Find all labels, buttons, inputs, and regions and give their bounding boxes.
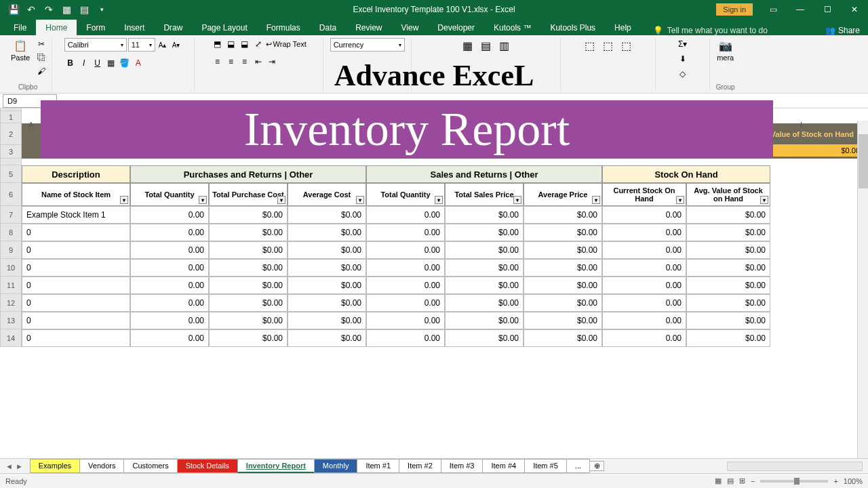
cell-value[interactable]: $0.00 xyxy=(209,329,288,347)
tab-developer[interactable]: Developer xyxy=(428,20,484,35)
cell-value[interactable]: $0.00 xyxy=(445,241,524,259)
cell-value[interactable]: 0.00 xyxy=(130,277,209,294)
cell-description[interactable]: 0 xyxy=(22,224,130,241)
tell-me[interactable]: 💡Tell me what you want to do xyxy=(653,26,768,35)
table-row[interactable]: 00.00$0.00$0.000.00$0.00$0.000.00$0.00 xyxy=(22,294,868,312)
tab-insert[interactable]: Insert xyxy=(115,20,154,35)
view-layout-icon[interactable]: ▤ xyxy=(727,476,734,485)
copy-icon[interactable]: ⿻ xyxy=(35,52,47,64)
filter-icon[interactable]: ▾ xyxy=(760,196,768,204)
sheet-tab-item-4[interactable]: Item #4 xyxy=(482,459,525,473)
align-left-icon[interactable]: ≡ xyxy=(212,56,224,68)
cell-value[interactable]: $0.00 xyxy=(209,206,288,224)
redo-icon[interactable]: ↷ xyxy=(41,3,57,16)
cell-description[interactable]: 0 xyxy=(22,277,130,294)
italic-icon[interactable]: I xyxy=(78,57,90,69)
filter-icon[interactable]: ▾ xyxy=(356,196,364,204)
fill-color-icon[interactable]: 🪣 xyxy=(119,57,131,69)
cell-value[interactable]: $0.00 xyxy=(209,277,288,294)
cell-value[interactable]: $0.00 xyxy=(209,241,288,259)
filter-icon[interactable]: ▾ xyxy=(592,196,600,204)
zoom-out-icon[interactable]: − xyxy=(751,477,755,485)
tab-data[interactable]: Data xyxy=(310,20,346,35)
cell-value[interactable]: $0.00 xyxy=(445,312,524,329)
signin-button[interactable]: Sign in xyxy=(716,3,753,16)
tab-formulas[interactable]: Formulas xyxy=(257,20,310,35)
cell-value[interactable]: $0.00 xyxy=(288,294,366,312)
row-header[interactable]: 2 xyxy=(0,123,22,145)
cell-value[interactable]: $0.00 xyxy=(686,312,770,329)
row-header[interactable]: 10 xyxy=(0,259,22,277)
cell-value[interactable]: $0.00 xyxy=(686,277,770,294)
cell-value[interactable]: 0.00 xyxy=(130,224,209,241)
row-header[interactable]: 1 xyxy=(0,111,22,123)
table-row[interactable]: 00.00$0.00$0.000.00$0.00$0.000.00$0.00 xyxy=(22,224,868,241)
insert-cells-button[interactable]: ⬚ xyxy=(582,38,597,54)
scroll-thumb[interactable] xyxy=(859,134,868,188)
tab-nav-prev-icon[interactable]: ◄ xyxy=(5,462,13,470)
cell-value[interactable]: $0.00 xyxy=(686,206,770,224)
tab-draw[interactable]: Draw xyxy=(154,20,192,35)
row-header[interactable]: 12 xyxy=(0,294,22,312)
view-break-icon[interactable]: ⊞ xyxy=(739,476,745,485)
cell-description[interactable]: 0 xyxy=(22,329,130,347)
qat-more-icon[interactable]: ▾ xyxy=(94,3,110,16)
filter-icon[interactable]: ▾ xyxy=(435,196,443,204)
cell-value[interactable]: $0.00 xyxy=(686,259,770,277)
cell-value[interactable]: 0.00 xyxy=(130,206,209,224)
sheet-tab-vendors[interactable]: Vendors xyxy=(79,459,124,473)
filter-icon[interactable]: ▾ xyxy=(676,196,684,204)
font-size-select[interactable]: 11▾ xyxy=(128,38,155,52)
zoom-in-icon[interactable]: + xyxy=(833,477,837,485)
cell-value[interactable]: $0.00 xyxy=(288,312,366,329)
tab-nav-next-icon[interactable]: ► xyxy=(16,462,23,470)
cell-value[interactable]: $0.00 xyxy=(524,329,602,347)
cell-value[interactable]: $0.00 xyxy=(445,277,524,294)
tab-file[interactable]: File xyxy=(4,20,36,35)
format-cells-button[interactable]: ⬚ xyxy=(618,38,634,54)
filter-icon[interactable]: ▾ xyxy=(277,196,285,204)
cell-description[interactable]: Example Stock Item 1 xyxy=(22,206,130,224)
cell-description[interactable]: 0 xyxy=(22,259,130,277)
cell-description[interactable]: 0 xyxy=(22,312,130,329)
font-color-icon[interactable]: A xyxy=(132,57,144,69)
table-row[interactable]: Example Stock Item 10.00$0.00$0.000.00$0… xyxy=(22,206,868,224)
tab-view[interactable]: View xyxy=(392,20,429,35)
cell-value[interactable]: 0.00 xyxy=(602,224,686,241)
qat-icon-2[interactable]: ▤ xyxy=(76,3,92,16)
tab-page-layout[interactable]: Page Layout xyxy=(192,20,256,35)
row-header[interactable]: 11 xyxy=(0,277,22,294)
align-mid-icon[interactable]: ⬓ xyxy=(225,38,237,50)
row-header[interactable]: 7 xyxy=(0,206,22,224)
cell-value[interactable]: $0.00 xyxy=(445,259,524,277)
cell-value[interactable]: 0.00 xyxy=(602,312,686,329)
cell-value[interactable]: $0.00 xyxy=(524,277,602,294)
sheet-tab-item-2[interactable]: Item #2 xyxy=(399,459,441,473)
sheet-tab-monthly[interactable]: Monthly xyxy=(314,459,358,473)
cell-value[interactable]: $0.00 xyxy=(288,206,366,224)
horizontal-scrollbar[interactable] xyxy=(727,462,863,471)
filter-icon[interactable]: ▾ xyxy=(120,196,128,204)
cell-value[interactable]: $0.00 xyxy=(524,312,602,329)
add-sheet-button[interactable]: ⊕ xyxy=(589,461,604,471)
cell-value[interactable]: $0.00 xyxy=(288,277,366,294)
row-header[interactable]: 9 xyxy=(0,241,22,259)
align-top-icon[interactable]: ⬒ xyxy=(212,38,224,50)
cell-value[interactable]: $0.00 xyxy=(445,294,524,312)
row-header[interactable]: 6 xyxy=(0,183,22,206)
cell-value[interactable]: $0.00 xyxy=(686,294,770,312)
zoom-slider[interactable] xyxy=(760,480,828,483)
undo-icon[interactable]: ↶ xyxy=(23,3,39,16)
orientation-icon[interactable]: ⤢ xyxy=(252,38,264,50)
cell-value[interactable]: $0.00 xyxy=(524,241,602,259)
row-header[interactable]: 5 xyxy=(0,165,22,183)
filter-icon[interactable]: ▾ xyxy=(513,196,521,204)
table-row[interactable]: 00.00$0.00$0.000.00$0.00$0.000.00$0.00 xyxy=(22,277,868,294)
cell-value[interactable]: $0.00 xyxy=(288,241,366,259)
indent-inc-icon[interactable]: ⇥ xyxy=(266,56,278,68)
cut-icon[interactable]: ✂ xyxy=(35,38,47,50)
table-row[interactable]: 00.00$0.00$0.000.00$0.00$0.000.00$0.00 xyxy=(22,259,868,277)
save-icon[interactable]: 💾 xyxy=(5,3,22,16)
table-row[interactable]: 00.00$0.00$0.000.00$0.00$0.000.00$0.00 xyxy=(22,312,868,329)
clear-icon[interactable]: ◇ xyxy=(677,68,689,80)
